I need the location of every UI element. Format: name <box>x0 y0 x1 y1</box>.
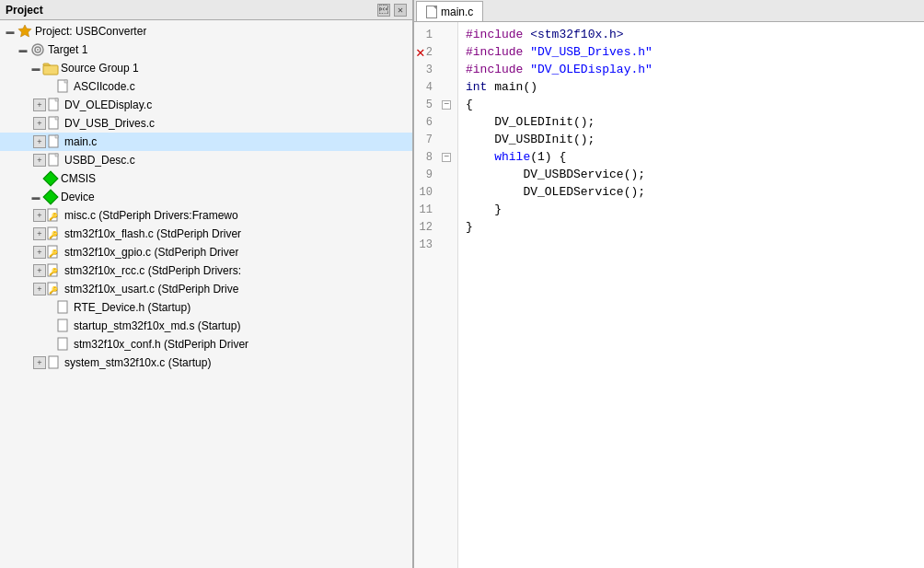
expand-icon-stm32-rcc[interactable]: + <box>33 264 46 277</box>
expand-icon-dv-usb[interactable]: + <box>33 117 46 130</box>
fold-marker-5[interactable]: − <box>442 100 451 110</box>
line-numbers: 1 ✕ 2 3 4 − 5 <box>414 22 458 568</box>
tree-label-stm32-flash: stm32f10x_flash.c (StdPeriph Driver <box>64 227 241 240</box>
code-line-5: { <box>466 96 917 113</box>
svg-rect-21 <box>58 319 67 331</box>
tree-label-stm32-gpio: stm32f10x_gpio.c (StdPeriph Driver <box>64 246 238 259</box>
panel-header: Project  ✕ <box>0 0 412 20</box>
panel-icons:  ✕ <box>377 4 407 17</box>
line-number-6: 6 <box>414 113 457 131</box>
code-line-1: #include <stm32f10x.h> <box>466 26 917 43</box>
tree-item-misc[interactable]: + 🔑 misc.c (StdPeriph Drivers:Framewo <box>0 206 412 225</box>
code-line-7: DV_USBDInit(); <box>466 131 917 148</box>
svg-point-3 <box>37 49 39 51</box>
file-key-icon-stm32-rcc: 🔑 <box>46 263 63 278</box>
tree-item-stm32-usart[interactable]: + 🔑 stm32f10x_usart.c (StdPeriph Drive <box>0 280 412 298</box>
expand-icon-device[interactable]: ▬ <box>29 191 42 203</box>
code-line-10: DV_OLEDService(); <box>466 183 917 201</box>
tree-item-stm32-flash[interactable]: + 🔑 stm32f10x_flash.c (StdPeriph Driver <box>0 225 412 243</box>
tree-item-startup[interactable]: startup_stm32f10x_md.s (Startup) <box>0 317 412 335</box>
tree-label-stm32-usart: stm32f10x_usart.c (StdPeriph Drive <box>64 283 238 296</box>
code-line-2: #include "DV_USB_Drives.h" <box>466 43 917 61</box>
close-panel-button[interactable]: ✕ <box>394 4 407 17</box>
fold-marker-8[interactable]: − <box>442 153 451 162</box>
target-icon <box>29 42 46 57</box>
code-line-6: DV_OLEDInit(); <box>466 113 917 131</box>
line-number-3: 3 <box>414 61 457 78</box>
tree-label-rte-device: RTE_Device.h (Startup) <box>74 301 191 314</box>
expand-icon-stm32-usart[interactable]: + <box>33 283 46 296</box>
code-line-9: DV_USBDService(); <box>466 166 917 183</box>
panel-title: Project <box>6 4 43 17</box>
expand-icon-usbd-desc[interactable]: + <box>33 154 46 167</box>
expand-icon-dv-oled[interactable]: + <box>33 99 46 111</box>
code-line-13 <box>466 236 917 253</box>
tree-item-source-group1[interactable]: ▬ Source Group 1 <box>0 59 412 77</box>
expand-icon-stm32-conf <box>42 338 55 351</box>
tree-item-dv-usb[interactable]: + DV_USB_Drives.c <box>0 114 412 133</box>
line-number-9: 9 <box>414 166 457 183</box>
editor-panel: main.c 1 ✕ 2 3 4 <box>414 0 924 568</box>
tree-label-project-root: Project: USBConverter <box>35 25 146 38</box>
project-icon <box>17 24 33 39</box>
tree-label-main: main.c <box>64 135 97 148</box>
tree-label-dv-oled: DV_OLEDisplay.c <box>64 99 152 111</box>
expand-icon-stm32-gpio[interactable]: + <box>33 246 46 259</box>
tree-label-target1: Target 1 <box>48 43 87 56</box>
line-number-7: 7 <box>414 131 457 148</box>
tree-item-main[interactable]: + main.c <box>0 133 412 151</box>
file-key-icon-stm32-flash: 🔑 <box>46 226 63 241</box>
svg-text:🔑: 🔑 <box>49 249 58 258</box>
code-line-12: } <box>466 218 917 236</box>
tree-item-project-root[interactable]: ▬ Project: USBConverter <box>0 22 412 41</box>
expand-icon-source-group1[interactable]: ▬ <box>29 62 42 75</box>
line-number-13: 13 <box>414 236 457 253</box>
tree-label-startup: startup_stm32f10x_md.s (Startup) <box>74 319 240 332</box>
expand-icon-cmsis <box>29 172 42 185</box>
svg-text:🔑: 🔑 <box>49 230 58 239</box>
code-lines[interactable]: #include <stm32f10x.h> #include "DV_USB_… <box>458 22 924 568</box>
expand-icon-project[interactable]: ▬ <box>4 25 17 38</box>
expand-icon-startup <box>42 319 55 332</box>
tree-item-dv-oled[interactable]: + DV_OLEDisplay.c <box>0 96 412 114</box>
file-key-icon-misc: 🔑 <box>46 208 63 223</box>
tree-item-system-stm32[interactable]: + system_stm32f10x.c (Startup) <box>0 354 412 372</box>
tree-item-ascicode[interactable]: ASCIIcode.c <box>0 77 412 96</box>
tree-item-target1[interactable]: ▬ Target 1 <box>0 41 412 59</box>
svg-marker-0 <box>18 25 31 37</box>
file-key-icon-stm32-gpio: 🔑 <box>46 245 63 260</box>
expand-icon-target1[interactable]: ▬ <box>17 43 29 56</box>
tree-item-device[interactable]: ▬ Device <box>0 188 412 206</box>
tree-item-rte-device[interactable]: RTE_Device.h (Startup) <box>0 298 412 317</box>
pin-button[interactable]:  <box>377 4 390 17</box>
tab-bar: main.c <box>414 0 924 22</box>
file-icon-stm32-conf <box>55 337 72 352</box>
code-line-4: int main() <box>466 78 917 96</box>
code-editor[interactable]: 1 ✕ 2 3 4 − 5 <box>414 22 924 568</box>
tree-item-stm32-rcc[interactable]: + 🔑 stm32f10x_rcc.c (StdPeriph Drivers: <box>0 261 412 280</box>
file-icon-dv-oled <box>46 98 63 112</box>
expand-icon-misc[interactable]: + <box>33 209 46 222</box>
tree-label-cmsis: CMSIS <box>61 172 96 185</box>
code-line-8: while(1) { <box>466 148 917 166</box>
expand-icon-main[interactable]: + <box>33 135 46 148</box>
line-number-5: − 5 <box>414 96 457 113</box>
expand-icon-stm32-flash[interactable]: + <box>33 227 46 240</box>
tree-item-usbd-desc[interactable]: + USBD_Desc.c <box>0 151 412 169</box>
tree-item-cmsis[interactable]: CMSIS <box>0 169 412 188</box>
file-icon-startup <box>55 319 72 333</box>
tree-label-dv-usb: DV_USB_Drives.c <box>64 117 155 130</box>
tree-label-stm32-conf: stm32f10x_conf.h (StdPeriph Driver <box>74 338 248 351</box>
tree-label-system-stm32: system_stm32f10x.c (Startup) <box>64 356 211 369</box>
tab-main-c[interactable]: main.c <box>416 1 483 21</box>
tree-item-stm32-gpio[interactable]: + 🔑 stm32f10x_gpio.c (StdPeriph Driver <box>0 243 412 261</box>
tree-label-device: Device <box>61 191 95 203</box>
file-icon-main <box>46 134 63 149</box>
main-layout: Project  ✕ ▬ Project: USBConverter <box>0 0 924 568</box>
expand-icon-system-stm32[interactable]: + <box>33 356 46 369</box>
line-number-12: 12 <box>414 218 457 236</box>
file-icon-ascicode <box>55 79 72 94</box>
tree-item-stm32-conf[interactable]: stm32f10x_conf.h (StdPeriph Driver <box>0 335 412 354</box>
project-panel: Project  ✕ ▬ Project: USBConverter <box>0 0 414 568</box>
line-number-8: − 8 <box>414 148 457 166</box>
